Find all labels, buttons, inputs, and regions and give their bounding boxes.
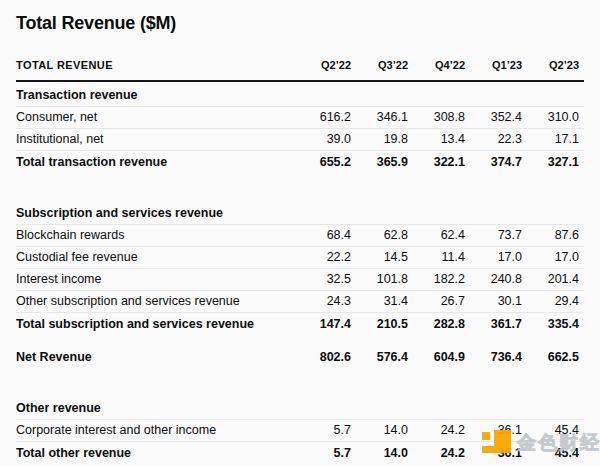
cell-value: 22.2: [299, 247, 356, 269]
cell-value: 365.9: [356, 151, 413, 175]
column-header-q2-22: Q2’22: [299, 51, 356, 81]
spacer-cell: [16, 336, 584, 346]
cell-value: 31.4: [356, 291, 413, 313]
cell-value: 182.2: [413, 269, 470, 291]
section-row: Transaction revenue: [16, 81, 584, 107]
cell-value: 361.7: [470, 313, 527, 337]
header-row: TOTAL REVENUE Q2’22 Q3’22 Q4’22 Q1’23 Q2…: [16, 51, 584, 81]
total-row: Total transaction revenue655.2365.9322.1…: [16, 151, 584, 175]
cell-value: 322.1: [413, 151, 470, 175]
item-row: Institutional, net39.019.813.422.317.1: [16, 129, 584, 151]
cell-value: 14.0: [356, 442, 413, 466]
cell-value: 310.0: [527, 107, 584, 129]
cell-value: 576.4: [356, 346, 413, 369]
cell-value: 5.7: [299, 442, 356, 466]
cell-value: 39.0: [299, 129, 356, 151]
cell-value: 5.7: [299, 420, 356, 442]
cell-value: 282.8: [413, 313, 470, 337]
item-row: Other subscription and services revenue2…: [16, 291, 584, 313]
total-row: Total other revenue5.714.024.236.145.4: [16, 442, 584, 466]
cell-value: 147.4: [299, 313, 356, 337]
spacer-row: [16, 336, 584, 346]
item-row: Consumer, net616.2346.1308.8352.4310.0: [16, 107, 584, 129]
row-label: Total subscription and services revenue: [16, 313, 299, 337]
cell-value: 30.1: [470, 291, 527, 313]
page-title: Total Revenue ($M): [16, 13, 584, 34]
cell-value: 14.0: [356, 420, 413, 442]
cell-value: 17.1: [527, 129, 584, 151]
cell-value: 14.5: [356, 247, 413, 269]
cell-value: 210.5: [356, 313, 413, 337]
item-row: Corporate interest and other income5.714…: [16, 420, 584, 442]
cell-value: 346.1: [356, 107, 413, 129]
cell-value: 22.3: [470, 129, 527, 151]
column-header-q3-22: Q3’22: [356, 51, 413, 81]
cell-value: 36.1: [470, 442, 527, 466]
column-header-q2-23: Q2’23: [527, 51, 584, 81]
row-label: Net Revenue: [16, 346, 299, 369]
table-body: Transaction revenueConsumer, net616.2346…: [16, 81, 584, 466]
row-label: Interest income: [16, 269, 299, 291]
cell-value: 29.4: [527, 291, 584, 313]
section-row: Subscription and services revenue: [16, 200, 584, 225]
cell-value: 662.5: [527, 346, 584, 369]
row-label: Blockchain rewards: [16, 225, 299, 247]
cell-value: 616.2: [299, 107, 356, 129]
cell-value: 201.4: [527, 269, 584, 291]
column-header-q1-23: Q1’23: [470, 51, 527, 81]
cell-value: 327.1: [527, 151, 584, 175]
cell-value: 62.4: [413, 225, 470, 247]
cell-value: 19.8: [356, 129, 413, 151]
column-header-q4-22: Q4’22: [413, 51, 470, 81]
section-row: Other revenue: [16, 395, 584, 420]
cell-value: 308.8: [413, 107, 470, 129]
cell-value: 24.3: [299, 291, 356, 313]
cell-value: 17.0: [470, 247, 527, 269]
cell-value: 17.0: [527, 247, 584, 269]
spacer-row: [16, 174, 584, 200]
cell-value: 24.2: [413, 420, 470, 442]
cell-value: 335.4: [527, 313, 584, 337]
section-label: Transaction revenue: [16, 81, 584, 107]
cell-value: 736.4: [470, 346, 527, 369]
row-label: Custodial fee revenue: [16, 247, 299, 269]
cell-value: 240.8: [470, 269, 527, 291]
cell-value: 655.2: [299, 151, 356, 175]
item-row: Custodial fee revenue22.214.511.417.017.…: [16, 247, 584, 269]
revenue-table: TOTAL REVENUE Q2’22 Q3’22 Q4’22 Q1’23 Q2…: [16, 51, 584, 466]
spacer-cell: [16, 369, 584, 395]
cell-value: 26.7: [413, 291, 470, 313]
total-row: Total subscription and services revenue1…: [16, 313, 584, 337]
row-label: Total other revenue: [16, 442, 299, 466]
cell-value: 352.4: [470, 107, 527, 129]
row-label: Other subscription and services revenue: [16, 291, 299, 313]
cell-value: 36.1: [470, 420, 527, 442]
cell-value: 604.9: [413, 346, 470, 369]
cell-value: 87.6: [527, 225, 584, 247]
cell-value: 11.4: [413, 247, 470, 269]
item-row: Interest income32.5101.8182.2240.8201.4: [16, 269, 584, 291]
section-label: Subscription and services revenue: [16, 200, 584, 225]
page: Total Revenue ($M) TOTAL REVENUE Q2’22 Q…: [0, 0, 600, 466]
spacer-row: [16, 369, 584, 395]
cell-value: 374.7: [470, 151, 527, 175]
cell-value: 62.8: [356, 225, 413, 247]
row-label: Corporate interest and other income: [16, 420, 299, 442]
row-label: Consumer, net: [16, 107, 299, 129]
cell-value: 45.4: [527, 442, 584, 466]
row-label: Total transaction revenue: [16, 151, 299, 175]
row-label: Institutional, net: [16, 129, 299, 151]
cell-value: 68.4: [299, 225, 356, 247]
cell-value: 101.8: [356, 269, 413, 291]
cell-value: 24.2: [413, 442, 470, 466]
cell-value: 802.6: [299, 346, 356, 369]
header-label: TOTAL REVENUE: [16, 51, 299, 81]
spacer-cell: [16, 174, 584, 200]
cell-value: 13.4: [413, 129, 470, 151]
cell-value: 32.5: [299, 269, 356, 291]
cell-value: 73.7: [470, 225, 527, 247]
item-row: Blockchain rewards68.462.862.473.787.6: [16, 225, 584, 247]
table-header: TOTAL REVENUE Q2’22 Q3’22 Q4’22 Q1’23 Q2…: [16, 51, 584, 81]
cell-value: 45.4: [527, 420, 584, 442]
section-label: Other revenue: [16, 395, 584, 420]
